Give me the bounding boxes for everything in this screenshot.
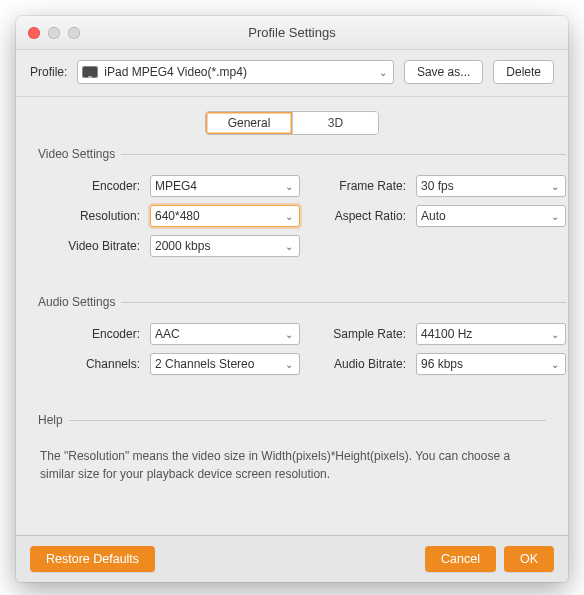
channels-value: 2 Channels Stereo [155,357,279,371]
aspect-ratio-label: Aspect Ratio: [310,209,406,223]
titlebar: Profile Settings [16,16,568,50]
profile-select[interactable]: iPad MPEG4 Video(*.mp4) ⌄ [77,60,394,84]
sample-rate-label: Sample Rate: [310,327,406,341]
maximize-icon [68,27,80,39]
audio-bitrate-label: Audio Bitrate: [310,357,406,371]
body: General 3D Video Settings Encoder: MPEG4… [16,97,568,535]
restore-defaults-button[interactable]: Restore Defaults [30,546,155,572]
audio-encoder-select[interactable]: AAC ⌄ [150,323,300,345]
help-group: Help The "Resolution" means the video si… [38,413,546,493]
aspect-ratio-select[interactable]: Auto ⌄ [416,205,566,227]
tab-general[interactable]: General [206,112,292,134]
save-as-button[interactable]: Save as... [404,60,483,84]
footer: Restore Defaults Cancel OK [16,535,568,582]
cancel-button[interactable]: Cancel [425,546,496,572]
chevron-down-icon: ⌄ [551,181,559,192]
audio-encoder-label: Encoder: [38,327,140,341]
chevron-down-icon: ⌄ [285,241,293,252]
chevron-down-icon: ⌄ [285,181,293,192]
profile-label: Profile: [30,65,67,79]
video-bitrate-select[interactable]: 2000 kbps ⌄ [150,235,300,257]
audio-settings-group: Audio Settings Encoder: AAC ⌄ Sample Rat… [38,295,566,383]
video-encoder-value: MPEG4 [155,179,279,193]
window-title: Profile Settings [16,25,568,40]
sample-rate-value: 44100 Hz [421,327,545,341]
tab-3d[interactable]: 3D [292,112,378,134]
audio-bitrate-value: 96 kbps [421,357,545,371]
window-controls [28,27,80,39]
channels-select[interactable]: 2 Channels Stereo ⌄ [150,353,300,375]
channels-label: Channels: [38,357,140,371]
audio-settings-legend: Audio Settings [38,295,121,309]
chevron-down-icon: ⌄ [379,67,387,78]
chevron-down-icon: ⌄ [285,359,293,370]
toolbar: Profile: iPad MPEG4 Video(*.mp4) ⌄ Save … [16,50,568,97]
help-legend: Help [38,413,69,427]
video-encoder-label: Encoder: [38,179,140,193]
video-settings-group: Video Settings Encoder: MPEG4 ⌄ Frame Ra… [38,147,566,265]
resolution-label: Resolution: [38,209,140,223]
aspect-ratio-value: Auto [421,209,545,223]
delete-button[interactable]: Delete [493,60,554,84]
frame-rate-label: Frame Rate: [310,179,406,193]
video-bitrate-value: 2000 kbps [155,239,279,253]
chevron-down-icon: ⌄ [551,359,559,370]
chevron-down-icon: ⌄ [551,329,559,340]
profile-value: iPad MPEG4 Video(*.mp4) [104,65,373,79]
chevron-down-icon: ⌄ [285,329,293,340]
video-settings-legend: Video Settings [38,147,121,161]
chevron-down-icon: ⌄ [551,211,559,222]
close-icon[interactable] [28,27,40,39]
sample-rate-select[interactable]: 44100 Hz ⌄ [416,323,566,345]
audio-bitrate-select[interactable]: 96 kbps ⌄ [416,353,566,375]
device-icon [82,66,98,78]
frame-rate-select[interactable]: 30 fps ⌄ [416,175,566,197]
help-text: The "Resolution" means the video size in… [38,441,546,485]
chevron-down-icon: ⌄ [285,211,293,222]
audio-encoder-value: AAC [155,327,279,341]
tab-bar: General 3D [38,111,546,135]
video-encoder-select[interactable]: MPEG4 ⌄ [150,175,300,197]
video-bitrate-label: Video Bitrate: [38,239,140,253]
profile-settings-window: Profile Settings Profile: iPad MPEG4 Vid… [16,16,568,582]
resolution-select[interactable]: 640*480 ⌄ [150,205,300,227]
resolution-value: 640*480 [155,209,279,223]
frame-rate-value: 30 fps [421,179,545,193]
ok-button[interactable]: OK [504,546,554,572]
minimize-icon [48,27,60,39]
